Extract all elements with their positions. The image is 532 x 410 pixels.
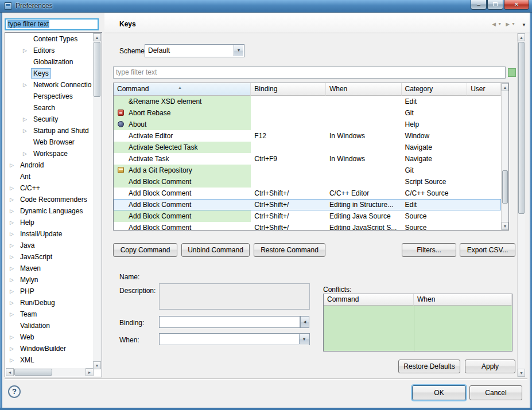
sidebar-filter-input[interactable]: type filter text [5, 18, 99, 30]
expand-arrow-icon[interactable]: ▷ [10, 309, 14, 320]
sidebar-item-android[interactable]: ▷Android [6, 159, 94, 171]
binding-input[interactable] [159, 316, 300, 328]
table-row[interactable]: Add a Git RepositoryGit [114, 165, 501, 176]
expand-arrow-icon[interactable]: ▷ [10, 297, 14, 309]
sidebar-item-help[interactable]: ▷Help [6, 217, 94, 228]
page-scrollbar-thumb[interactable] [518, 42, 525, 214]
sidebar-item-dynamic-languages[interactable]: ▷Dynamic Languages [6, 205, 94, 217]
sidebar-item-validation[interactable]: Validation [6, 320, 94, 331]
sidebar-item-security[interactable]: ▷Security [6, 114, 94, 125]
sidebar-item-keys[interactable]: Keys [6, 68, 94, 79]
column-header-command[interactable]: Command▲ [114, 83, 251, 96]
expand-arrow-icon[interactable]: ▷ [10, 251, 14, 263]
column-header-category[interactable]: Category [402, 83, 468, 96]
expand-arrow-icon[interactable]: ▷ [23, 45, 27, 56]
tree-vertical-scrollbar[interactable]: ▲ ▼ [93, 33, 101, 369]
sidebar-item-maven[interactable]: ▷Maven [6, 263, 94, 274]
scroll-left-icon[interactable]: ◄ [6, 368, 14, 376]
table-scrollbar-thumb[interactable] [502, 170, 508, 204]
table-row[interactable]: Add Block CommentScript Source [114, 176, 501, 188]
table-row[interactable]: Add Block CommentCtrl+Shift+/Editing in … [114, 199, 501, 210]
filters-button[interactable]: Filters... [402, 243, 456, 257]
table-row[interactable]: Add Block CommentCtrl+Shift+/Editing Jav… [114, 222, 501, 230]
sidebar-item-run-debug[interactable]: ▷Run/Debug [6, 297, 94, 309]
expand-arrow-icon[interactable]: ▷ [10, 159, 14, 171]
sidebar-item-globalization[interactable]: Globalization [6, 56, 94, 68]
export-csv-button[interactable]: Export CSV... [460, 243, 515, 257]
sidebar-item-xml[interactable]: ▷XML [6, 354, 94, 366]
sidebar-item-install-update[interactable]: ▷Install/Update [6, 228, 94, 240]
scroll-up-icon[interactable]: ▲ [502, 83, 508, 91]
apply-button[interactable]: Apply [465, 360, 515, 373]
expand-arrow-icon[interactable]: ▷ [10, 274, 14, 286]
scroll-down-icon[interactable]: ▼ [93, 361, 101, 369]
key-filter-input[interactable]: type filter text [113, 67, 506, 79]
table-row[interactable]: &Rename XSD elementEdit [114, 96, 501, 107]
combo-arrow-icon[interactable]: ▼ [299, 334, 309, 344]
copy-command-button[interactable]: Copy Command [113, 243, 177, 257]
expand-arrow-icon[interactable]: ▷ [10, 228, 14, 240]
sidebar-item-perspectives[interactable]: Perspectives [6, 91, 94, 102]
scroll-up-icon[interactable]: ▲ [93, 33, 101, 41]
restore-command-button[interactable]: Restore Command [254, 243, 325, 257]
restore-defaults-button[interactable]: Restore Defaults [398, 360, 460, 373]
title-bar[interactable]: Preferences – ✕ [0, 0, 532, 13]
expand-arrow-icon[interactable]: ▷ [10, 182, 14, 194]
sidebar-item-network-connectio[interactable]: ▷Network Connectio [6, 79, 94, 91]
expand-arrow-icon[interactable]: ▷ [23, 79, 27, 91]
table-row[interactable]: Add Block CommentCtrl+Shift+/C/C++ Edito… [114, 188, 501, 199]
back-dropdown-icon[interactable]: ▼ [498, 22, 502, 26]
table-row[interactable]: Activate Selected TaskNavigate [114, 142, 501, 153]
forward-icon[interactable]: ► [504, 21, 511, 28]
page-vertical-scrollbar[interactable]: ▲ ▼ [517, 33, 525, 377]
back-icon[interactable]: ◄ [491, 21, 498, 28]
tree-scrollbar-thumb[interactable] [94, 42, 100, 97]
table-vertical-scrollbar[interactable]: ▲ ▼ [501, 83, 508, 230]
forward-dropdown-icon[interactable]: ▼ [511, 22, 516, 26]
scroll-right-icon[interactable]: ► [86, 368, 94, 376]
minimize-button[interactable]: – [471, 0, 487, 10]
binding-assist-button[interactable]: ◄ [300, 316, 309, 328]
cancel-button[interactable]: Cancel [469, 385, 522, 400]
maximize-button[interactable] [487, 0, 503, 10]
expand-arrow-icon[interactable]: ▷ [10, 331, 14, 343]
column-header-binding[interactable]: Binding [251, 83, 326, 96]
sidebar-item-workspace[interactable]: ▷Workspace [6, 148, 94, 159]
sidebar-item-web-browser[interactable]: Web Browser [6, 136, 94, 148]
expand-arrow-icon[interactable]: ▷ [10, 286, 14, 297]
sidebar-item-editors[interactable]: ▷Editors [6, 45, 94, 56]
sidebar-item-php[interactable]: ▷PHP [6, 286, 94, 297]
table-row[interactable]: AboutHelp [114, 119, 501, 130]
table-row[interactable]: Add Block CommentCtrl+Shift+/Editing Jav… [114, 210, 501, 222]
expand-arrow-icon[interactable]: ▷ [10, 194, 14, 205]
conflicts-column-header-command[interactable]: Command [324, 294, 414, 306]
ok-button[interactable]: OK [412, 385, 466, 400]
scroll-down-icon[interactable]: ▼ [502, 222, 508, 230]
scroll-up-icon[interactable]: ▲ [518, 33, 525, 41]
table-row[interactable]: Activate EditorF12In WindowsWindow [114, 130, 501, 142]
combo-arrow-icon[interactable]: ▼ [234, 45, 243, 56]
expand-arrow-icon[interactable]: ▷ [23, 114, 27, 125]
column-header-user[interactable]: User [467, 83, 501, 96]
expand-arrow-icon[interactable]: ▷ [10, 263, 14, 274]
sidebar-item-code-recommenders[interactable]: ▷Code Recommenders [6, 194, 94, 205]
sidebar-item-javascript[interactable]: ▷JavaScript [6, 251, 94, 263]
expand-arrow-icon[interactable]: ▷ [10, 343, 14, 354]
expand-arrow-icon[interactable]: ▷ [10, 205, 14, 217]
expand-arrow-icon[interactable]: ▷ [23, 125, 27, 136]
sidebar-item-startup-and-shutd[interactable]: ▷Startup and Shutd [6, 125, 94, 136]
sidebar-item-search[interactable]: Search [6, 102, 94, 114]
tree-hscrollbar-thumb[interactable] [14, 369, 52, 376]
close-button[interactable]: ✕ [504, 0, 529, 10]
scheme-combo[interactable]: Default ▼ [145, 44, 244, 57]
tree-horizontal-scrollbar[interactable]: ◄ ► [6, 368, 94, 376]
sidebar-item-java[interactable]: ▷Java [6, 240, 94, 251]
help-button[interactable]: ? [8, 385, 21, 398]
conflicts-column-header-when[interactable]: When [414, 294, 512, 306]
view-menu-icon[interactable]: ▼ [522, 22, 526, 28]
sidebar-item-web[interactable]: ▷Web [6, 331, 94, 343]
expand-arrow-icon[interactable]: ▷ [10, 354, 14, 366]
expand-arrow-icon[interactable]: ▷ [10, 217, 14, 228]
when-combo[interactable]: ▼ [159, 333, 310, 345]
sidebar-item-team[interactable]: ▷Team [6, 309, 94, 320]
